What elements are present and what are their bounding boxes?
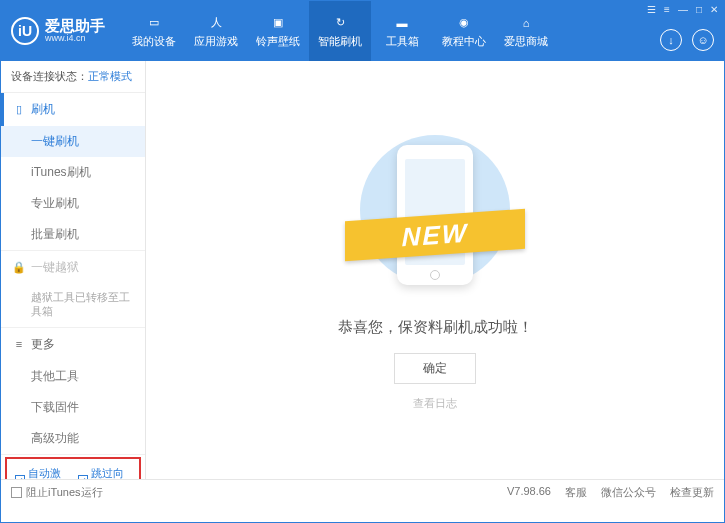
- app-logo: iU 爱思助手 www.i4.cn: [11, 17, 105, 45]
- checkbox-icon: [11, 487, 22, 498]
- section-more[interactable]: ≡ 更多: [1, 328, 145, 361]
- sidebar-item-oneclick[interactable]: 一键刷机: [1, 126, 145, 157]
- sidebar-item-batch[interactable]: 批量刷机: [1, 219, 145, 250]
- wallpaper-icon: ▣: [269, 14, 287, 32]
- nav-label: 爱思商城: [504, 34, 548, 49]
- section-title: 更多: [31, 336, 55, 353]
- nav-label: 工具箱: [386, 34, 419, 49]
- sidebar-item-advanced[interactable]: 高级功能: [1, 423, 145, 454]
- checkbox-label: 跳过向导: [91, 466, 131, 479]
- nav-label: 智能刷机: [318, 34, 362, 49]
- checkbox-label: 自动激活: [28, 466, 68, 479]
- lock-icon: 🔒: [13, 262, 25, 274]
- ok-button[interactable]: 确定: [394, 353, 476, 384]
- flash-icon: ↻: [331, 14, 349, 32]
- nav-ringtones[interactable]: ▣ 铃声壁纸: [247, 1, 309, 61]
- sidebar-item-pro[interactable]: 专业刷机: [1, 188, 145, 219]
- app-header: iU 爱思助手 www.i4.cn ▭ 我的设备 人 应用游戏 ▣ 铃声壁纸 ↻…: [1, 1, 724, 61]
- nav-label: 铃声壁纸: [256, 34, 300, 49]
- menu-icon[interactable]: ☰: [647, 4, 656, 15]
- check-icon: ✓: [15, 475, 25, 479]
- nav-store[interactable]: ⌂ 爱思商城: [495, 1, 557, 61]
- book-icon: ◉: [455, 14, 473, 32]
- header-actions: ↓ ☺: [660, 29, 714, 51]
- window-controls: ☰ ≡ — □ ✕: [647, 4, 718, 15]
- menu-icon: ≡: [13, 338, 25, 350]
- nav-toolbox[interactable]: ▬ 工具箱: [371, 1, 433, 61]
- checkbox-label: 阻止iTunes运行: [26, 485, 103, 500]
- phone-icon: ▯: [13, 104, 25, 116]
- success-illustration: NEW: [335, 130, 535, 300]
- connection-status: 设备连接状态：正常模式: [1, 61, 145, 93]
- sidebar: 设备连接状态：正常模式 ▯ 刷机 一键刷机 iTunes刷机 专业刷机 批量刷机…: [1, 61, 146, 479]
- jailbreak-note: 越狱工具已转移至工具箱: [1, 284, 145, 327]
- toolbox-icon: ▬: [393, 14, 411, 32]
- pin-icon[interactable]: ≡: [664, 4, 670, 15]
- main-content: NEW 恭喜您，保资料刷机成功啦！ 确定 查看日志: [146, 61, 724, 479]
- checkbox-auto-activate[interactable]: ✓ 自动激活: [15, 466, 68, 479]
- sidebar-item-download[interactable]: 下载固件: [1, 392, 145, 423]
- phone-icon: ▭: [145, 14, 163, 32]
- close-icon[interactable]: ✕: [710, 4, 718, 15]
- checkbox-block-itunes[interactable]: 阻止iTunes运行: [11, 485, 103, 500]
- version-label: V7.98.66: [507, 485, 551, 500]
- apps-icon: 人: [207, 14, 225, 32]
- status-value: 正常模式: [88, 70, 132, 82]
- minimize-icon[interactable]: —: [678, 4, 688, 15]
- section-jailbreak: 🔒 一键越狱: [1, 251, 145, 284]
- section-flash[interactable]: ▯ 刷机: [1, 93, 145, 126]
- sidebar-item-other[interactable]: 其他工具: [1, 361, 145, 392]
- check-icon: ✓: [78, 475, 88, 479]
- update-link[interactable]: 检查更新: [670, 485, 714, 500]
- nav-my-device[interactable]: ▭ 我的设备: [123, 1, 185, 61]
- footer: 阻止iTunes运行 V7.98.66 客服 微信公众号 检查更新: [1, 479, 724, 505]
- service-link[interactable]: 客服: [565, 485, 587, 500]
- nav-tutorials[interactable]: ◉ 教程中心: [433, 1, 495, 61]
- checkbox-skip-guide[interactable]: ✓ 跳过向导: [78, 466, 131, 479]
- main-nav: ▭ 我的设备 人 应用游戏 ▣ 铃声壁纸 ↻ 智能刷机 ▬ 工具箱 ◉ 教程中心…: [123, 1, 557, 61]
- store-icon: ⌂: [517, 14, 535, 32]
- section-title: 一键越狱: [31, 259, 79, 276]
- options-row: ✓ 自动激活 ✓ 跳过向导: [5, 457, 141, 479]
- wechat-link[interactable]: 微信公众号: [601, 485, 656, 500]
- download-button[interactable]: ↓: [660, 29, 682, 51]
- user-button[interactable]: ☺: [692, 29, 714, 51]
- nav-label: 我的设备: [132, 34, 176, 49]
- app-title: 爱思助手: [45, 18, 105, 35]
- view-log-link[interactable]: 查看日志: [413, 396, 457, 411]
- success-message: 恭喜您，保资料刷机成功啦！: [338, 318, 533, 337]
- status-label: 设备连接状态：: [11, 70, 88, 82]
- section-title: 刷机: [31, 101, 55, 118]
- nav-flash[interactable]: ↻ 智能刷机: [309, 1, 371, 61]
- logo-icon: iU: [11, 17, 39, 45]
- nav-label: 教程中心: [442, 34, 486, 49]
- app-url: www.i4.cn: [45, 34, 105, 44]
- sidebar-item-itunes[interactable]: iTunes刷机: [1, 157, 145, 188]
- nav-label: 应用游戏: [194, 34, 238, 49]
- maximize-icon[interactable]: □: [696, 4, 702, 15]
- nav-apps[interactable]: 人 应用游戏: [185, 1, 247, 61]
